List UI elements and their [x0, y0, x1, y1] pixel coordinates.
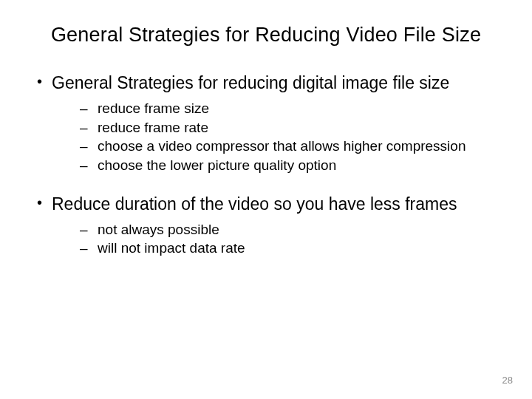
sub-list-item: choose a video compressor that allows hi… [80, 137, 502, 156]
sub-list-item-text: choose the lower picture quality option [98, 157, 336, 173]
sub-list-item-text: not always possible [98, 222, 219, 237]
sub-list-item-text: choose a video compressor that allows hi… [98, 138, 466, 154]
list-item-text: Reduce duration of the video so you have… [52, 194, 457, 214]
bullet-list: General Strategies for reducing digital … [34, 73, 502, 258]
slide-title: General Strategies for Reducing Video Fi… [30, 24, 502, 47]
sub-list: not always possible will not impact data… [80, 220, 502, 258]
sub-list: reduce frame size reduce frame rate choo… [80, 99, 502, 175]
list-item: Reduce duration of the video so you have… [34, 194, 502, 258]
sub-list-item-text: will not impact data rate [98, 240, 245, 256]
sub-list-item: reduce frame size [80, 99, 502, 118]
sub-list-item: will not impact data rate [80, 239, 502, 258]
list-item-text: General Strategies for reducing digital … [52, 73, 449, 92]
sub-list-item: not always possible [80, 220, 502, 239]
slide: General Strategies for Reducing Video Fi… [0, 0, 532, 399]
sub-list-item-text: reduce frame size [98, 100, 209, 116]
sub-list-item-text: reduce frame rate [98, 120, 208, 135]
sub-list-item: reduce frame rate [80, 118, 502, 137]
list-item: General Strategies for reducing digital … [34, 73, 502, 175]
page-number: 28 [502, 375, 513, 386]
sub-list-item: choose the lower picture quality option [80, 156, 502, 175]
